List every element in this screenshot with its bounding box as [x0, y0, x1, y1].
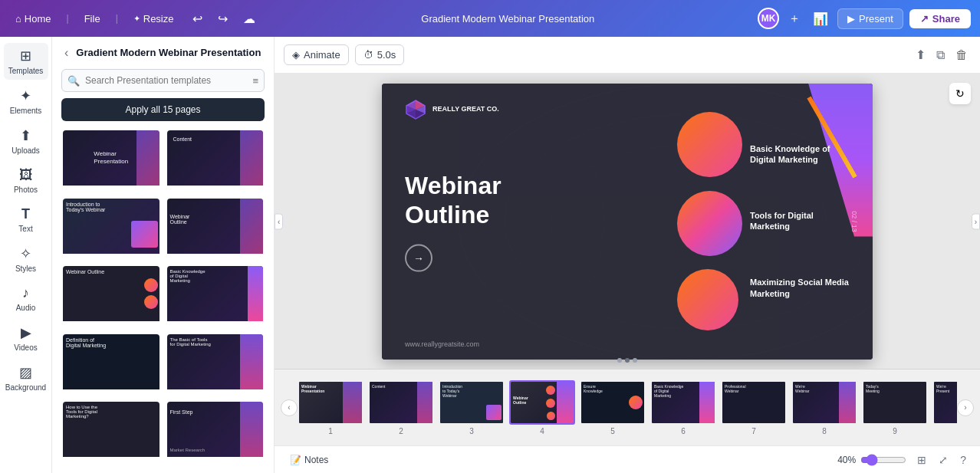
grid-view-button[interactable]: ⊞ [913, 451, 931, 469]
share-button[interactable]: ↗ Share [909, 9, 971, 28]
filmstrip-slide-6[interactable]: Basic Knowledgeof DigitalMarketing 6 [650, 380, 716, 435]
filmstrip-num-8: 8 [822, 427, 827, 435]
styles-label: Styles [15, 264, 36, 273]
resize-button[interactable]: ✦ Resize [127, 10, 180, 28]
apply-all-button[interactable]: Apply all 15 pages [61, 98, 265, 121]
redo-button[interactable]: ↪ [215, 8, 231, 29]
file-button[interactable]: File [78, 10, 107, 28]
collapse-right-button[interactable]: › [972, 213, 980, 229]
filmstrip-num-1: 1 [328, 427, 333, 435]
template-thumb-7[interactable]: Definition ofDigital Marketing [61, 333, 161, 396]
zoom-slider[interactable] [860, 454, 906, 466]
sync-button[interactable]: ☁ [240, 8, 258, 29]
add-collaborator-button[interactable]: ＋ [785, 8, 804, 30]
audio-label: Audio [16, 304, 36, 312]
copy-icon[interactable]: ⧉ [933, 45, 948, 65]
panel-back-button[interactable]: ‹ [61, 44, 71, 61]
filmstrip-slide-2[interactable]: Content 2 [368, 380, 434, 435]
upload-icon[interactable]: ⬆ [913, 44, 929, 65]
filmstrip-slides: WebinarPresentation 1 Content 2 [298, 377, 957, 439]
filmstrip-thumb-7: ProfessionalWebinar [721, 380, 787, 425]
sidebar-item-elements[interactable]: ✦ Elements [4, 83, 48, 120]
chart-button[interactable]: 📊 [810, 8, 831, 29]
filmstrip-thumb-2: Content [368, 380, 434, 425]
template-thumb-3[interactable]: Introduction toToday's Webinar [61, 197, 161, 261]
left-sidebar: ⊞ Templates ✦ Elements ⬆ Uploads 🖼 Photo… [0, 37, 52, 473]
filter-icon[interactable]: ≡ [252, 75, 258, 87]
filmstrip-right-arrow[interactable]: › [957, 399, 974, 416]
duration-label: 5.0s [377, 49, 396, 61]
filmstrip-num-4: 4 [540, 427, 544, 435]
sidebar-item-videos[interactable]: ▶ Videos [4, 320, 48, 356]
panel-dot-3 [633, 358, 637, 363]
panel-dot-1 [617, 358, 622, 363]
resize-label: Resize [143, 13, 174, 25]
refresh-button[interactable]: ↻ [949, 83, 971, 104]
filmstrip-left-arrow[interactable]: ‹ [281, 399, 298, 416]
notes-label: Notes [304, 455, 328, 465]
status-icons: ⊞ ⤢ ? [913, 451, 971, 469]
filmstrip-num-6: 6 [681, 427, 686, 435]
sidebar-item-templates[interactable]: ⊞ Templates [4, 43, 48, 80]
fit-to-window-button[interactable]: ⤢ [934, 451, 952, 469]
slide-circle-3 [677, 269, 738, 330]
present-button[interactable]: ▶ Present [837, 8, 903, 29]
filmstrip-slide-5[interactable]: EnsureKnowledge 5 [580, 380, 646, 435]
home-icon: ⌂ [15, 13, 21, 25]
template-panel: ‹ Gradient Modern Webinar Presentation 🔍… [52, 37, 275, 473]
filmstrip-slide-10[interactable]: We'rePresent 10 [932, 380, 957, 435]
template-thumb-8[interactable]: The Basic of Toolsfor Digital Marketing [166, 333, 265, 396]
toolbar-right-icons: ⬆ ⧉ 🗑 [913, 44, 971, 65]
file-label: File [84, 13, 100, 25]
slide-feature-2: Tools for Digital Marketing [750, 210, 850, 232]
filmstrip-slide-9[interactable]: Today'sMeeting 9 [862, 380, 928, 435]
filmstrip-slide-8[interactable]: We'reWebinar 8 [791, 380, 857, 435]
filmstrip-thumb-10: We'rePresent [932, 380, 957, 425]
zoom-level-label: 40% [837, 455, 856, 465]
template-thumb-1[interactable]: WebinarPresentation [61, 129, 161, 192]
elements-icon: ✦ [20, 87, 31, 104]
filmstrip-thumb-9: Today'sMeeting [862, 380, 928, 425]
filmstrip-thumb-5: EnsureKnowledge [580, 380, 646, 425]
duration-button[interactable]: ⏱ 5.0s [355, 44, 405, 65]
template-thumb-5[interactable]: Webinar Outline [61, 264, 161, 328]
sidebar-item-background[interactable]: ▨ Background [4, 360, 48, 396]
template-thumb-2[interactable]: Content [166, 129, 265, 192]
filmstrip-num-5: 5 [610, 427, 615, 435]
notes-icon: 📝 [290, 455, 301, 465]
search-bar: 🔍 ≡ [61, 69, 265, 92]
sidebar-item-uploads[interactable]: ⬆ Uploads [4, 123, 48, 159]
videos-icon: ▶ [21, 324, 31, 341]
panel-dots [617, 358, 637, 363]
notes-button[interactable]: 📝 Notes [284, 452, 334, 468]
template-thumb-4[interactable]: WebinarOutline [166, 197, 265, 261]
filmstrip-slide-4[interactable]: WebinarOutline 4 [509, 380, 575, 435]
logo-text: REALLY GREAT CO. [432, 105, 499, 114]
slide-canvas[interactable]: REALLY GREAT CO. Webinar Outline → Basic… [382, 84, 873, 360]
logo-cube-icon [405, 99, 426, 120]
collapse-left-button[interactable]: ‹ [275, 213, 283, 229]
canvas-area: ◈ Animate ⏱ 5.0s ⬆ ⧉ 🗑 ‹ [275, 37, 980, 473]
sidebar-item-photos[interactable]: 🖼 Photos [4, 163, 48, 199]
separator: | [67, 13, 69, 24]
delete-icon[interactable]: 🗑 [952, 45, 971, 65]
present-icon: ▶ [847, 13, 855, 25]
template-thumb-10[interactable]: First Step Market Research [166, 400, 265, 464]
search-input[interactable] [61, 69, 265, 92]
slide-title-line2: Outline [405, 200, 502, 229]
zoom-control: 40% [837, 454, 906, 466]
template-thumb-6[interactable]: Basic Knowledgeof DigitalMarketing [166, 264, 265, 328]
sidebar-item-styles[interactable]: ✧ Styles [4, 241, 48, 278]
filmstrip-slide-3[interactable]: Introductionto Today'sWebinar 3 [439, 380, 505, 435]
sidebar-item-audio[interactable]: ♪ Audio [4, 281, 48, 317]
undo-button[interactable]: ↩ [189, 8, 206, 29]
user-avatar[interactable]: MK [758, 8, 779, 29]
animate-button[interactable]: ◈ Animate [284, 44, 349, 65]
sidebar-item-text[interactable]: T Text [4, 202, 48, 238]
slide-features: Basic Knowledge of Digital Marketing Too… [750, 84, 850, 360]
home-button[interactable]: ⌂ Home [9, 10, 58, 28]
template-thumb-9[interactable]: How to Use theTools for DigitalMarketing… [61, 400, 161, 464]
filmstrip-slide-1[interactable]: WebinarPresentation 1 [298, 380, 363, 435]
filmstrip-slide-7[interactable]: ProfessionalWebinar 7 [721, 380, 787, 435]
help-button[interactable]: ? [955, 451, 971, 469]
